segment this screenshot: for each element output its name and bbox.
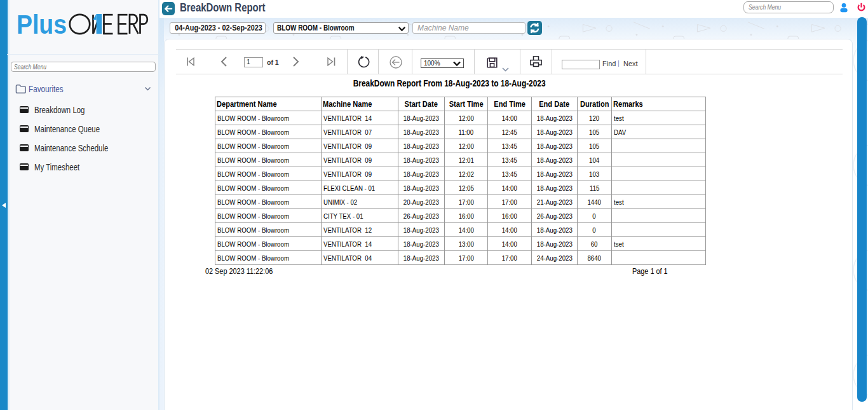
svg-text:Plus: Plus — [17, 13, 67, 37]
